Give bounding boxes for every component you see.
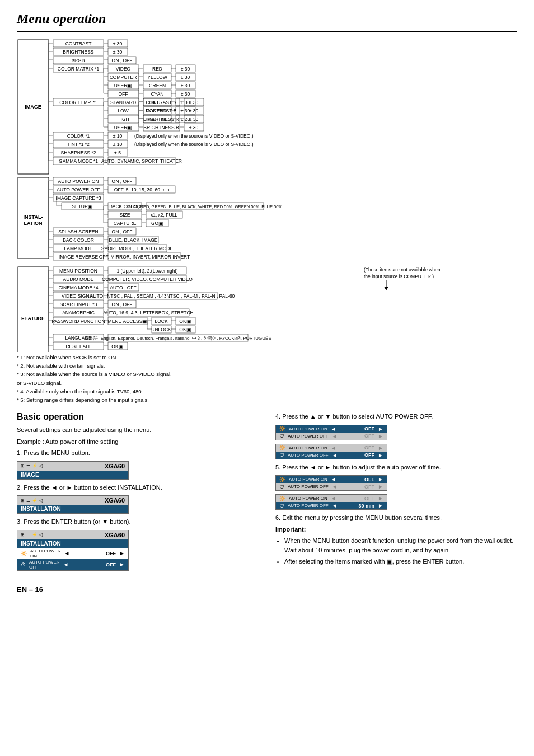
- display-2-bar: INSTALLATION: [17, 505, 128, 513]
- svg-text:AUTO, 16:9, 4:3, LETTERBOX, ST: AUTO, 16:9, 4:3, LETTERBOX, STRETCH: [103, 310, 193, 316]
- icon-2: ☰: [26, 463, 30, 468]
- row-sub: AUTO POWER OFF: [288, 503, 329, 508]
- svg-text:± 30: ± 30: [189, 116, 199, 122]
- row-arrow-l: ◄: [331, 495, 336, 501]
- row-1-sub: AUTO POWERON: [30, 548, 61, 558]
- title-divider: [17, 31, 517, 32]
- row-arrow-r: ►: [378, 426, 383, 432]
- svg-marker-219: [384, 287, 388, 290]
- row-arrow-l: ◄: [332, 452, 338, 458]
- row-val: OFF: [364, 426, 374, 431]
- svg-text:STANDARD: STANDARD: [110, 100, 136, 105]
- display-5-top-rows: 🔆 AUTO POWER ON ◄ OFF ► ⏱ AUTO POWER OFF…: [276, 476, 387, 490]
- display-right-bottom-row-2: ⏱ AUTO POWER OFF ◄ OFF ►: [276, 452, 387, 459]
- svg-text:(Displayed only when the sourc: (Displayed only when the source is VIDEO…: [134, 133, 254, 139]
- row-sub: AUTO POWER OFF: [288, 453, 329, 458]
- svg-text:LAMP MODE: LAMP MODE: [64, 246, 93, 251]
- svg-text:OFF, 5, 10, 15, 30, 60 min: OFF, 5, 10, 15, 30, 60 min: [114, 187, 170, 192]
- display-2-icons: ⊞ ☰ ⚡ ◁: [21, 498, 43, 503]
- display-3-row-1: 🔆 AUTO POWERON ◄ OFF ►: [17, 548, 128, 559]
- icon-3: ⚡: [32, 498, 38, 503]
- row-val: OFF: [364, 496, 374, 501]
- svg-text:1.(Upper left), 2.(Lower right: 1.(Upper left), 2.(Lower right): [116, 268, 177, 274]
- row-icon: 🔆: [279, 496, 285, 501]
- svg-text:SPLASH SCREEN: SPLASH SCREEN: [58, 229, 98, 234]
- row-arrow-r: ►: [378, 495, 383, 501]
- svg-text:INSTAL-: INSTAL-: [24, 214, 43, 220]
- basic-operation-section: Basic operation Several settings can be …: [17, 412, 517, 574]
- display-right-bottom: 🔆 AUTO POWER ON ◄ OFF ► ⏱ AUTO POWER OFF…: [275, 444, 387, 459]
- icon-4: ◁: [39, 463, 43, 468]
- svg-text:BACK COLOR: BACK COLOR: [63, 237, 94, 243]
- svg-text:HIGH: HIGH: [117, 116, 129, 122]
- row-sub: AUTO POWER OFF: [288, 434, 329, 439]
- display-right-bottom-rows: 🔆 AUTO POWER ON ◄ OFF ► ⏱ AUTO POWER OFF…: [276, 444, 387, 459]
- row-val: OFF: [364, 484, 374, 490]
- display-right-bottom-row-1: 🔆 AUTO POWER ON ◄ OFF ►: [276, 444, 387, 452]
- row-sub: AUTO POWER OFF: [288, 484, 329, 489]
- page-title: Menu operation: [17, 11, 517, 26]
- row-2-icon: ⏱: [21, 562, 26, 567]
- display-3-rows: 🔆 AUTO POWERON ◄ OFF ► ⏱ AUTO POWEROFF ◄…: [17, 548, 128, 570]
- display-right-top-rows: 🔆 AUTO POWER ON ◄ OFF ► ⏱ AUTO POWER OFF…: [276, 425, 387, 440]
- svg-text:(Displayed only when the sourc: (Displayed only when the source is VIDEO…: [134, 142, 254, 147]
- svg-text:CONTRAST R: CONTRAST R: [146, 100, 176, 105]
- display-5-bottom-rows: 🔆 AUTO POWER ON ◄ OFF ► ⏱ AUTO POWER OFF…: [276, 495, 387, 509]
- row-arrow-l: ◄: [331, 476, 336, 482]
- row-arrow-r: ►: [378, 483, 383, 490]
- display-2-top: ⊞ ☰ ⚡ ◁ XGA60: [17, 496, 128, 505]
- svg-text:SCART INPUT  *3: SCART INPUT *3: [60, 302, 97, 307]
- svg-text:± 10: ± 10: [113, 133, 123, 139]
- svg-text:sRGB: sRGB: [72, 58, 85, 63]
- svg-text:VIDEO: VIDEO: [116, 66, 131, 72]
- svg-text:± 30: ± 30: [181, 66, 190, 72]
- example-text: Example : Auto power off time setting: [17, 437, 259, 447]
- svg-text:CAPTURE: CAPTURE: [114, 220, 137, 226]
- svg-text:± 30: ± 30: [113, 49, 123, 55]
- svg-text:x1, x2, FULL: x1, x2, FULL: [151, 212, 177, 218]
- svg-text:BRIGHTNESS B: BRIGHTNESS B: [143, 125, 179, 130]
- svg-text:IMAGE: IMAGE: [25, 104, 41, 110]
- row-icon: ⏱: [279, 433, 284, 439]
- svg-text:COMPUTER, VIDEO, COMPUTER VIDE: COMPUTER, VIDEO, COMPUTER VIDEO: [102, 276, 193, 282]
- icon-1: ⊞: [21, 463, 25, 468]
- row-val: OFF: [364, 477, 374, 482]
- display-1-bar: IMAGE: [17, 471, 128, 479]
- footnotes-section: * 1: Not available when sRGB is set to O…: [17, 353, 517, 404]
- row-arrow-r: ►: [378, 445, 383, 451]
- icon-2: ☰: [26, 532, 30, 537]
- row-arrow-l: ◄: [332, 483, 338, 490]
- svg-text:COLOR MATRIX *1: COLOR MATRIX *1: [58, 66, 100, 72]
- row-icon: ⏱: [279, 503, 284, 509]
- svg-text:USER▣: USER▣: [114, 125, 133, 130]
- svg-text:RED: RED: [152, 66, 162, 72]
- row-sub: AUTO POWER ON: [289, 445, 327, 450]
- display-1: ⊞ ☰ ⚡ ◁ XGA60 IMAGE: [17, 461, 129, 480]
- svg-text:PASSWORD FUNCTION: PASSWORD FUNCTION: [51, 318, 105, 324]
- svg-text:OFF: OFF: [119, 91, 128, 97]
- step-5: 5. Press the ◄ or ► button to adjust the…: [275, 463, 517, 472]
- svg-text:FEATURE: FEATURE: [21, 316, 45, 321]
- svg-text:LOW: LOW: [118, 108, 128, 114]
- svg-text:ON , OFF: ON , OFF: [112, 179, 133, 184]
- display-3-row-2: ⏱ AUTO POWEROFF ◄ OFF ►: [17, 559, 128, 570]
- row-1-icon: 🔆: [21, 551, 27, 556]
- footnote-5: * 5: Setting range differs depending on …: [17, 396, 517, 404]
- svg-text:GAMMA MODE *1: GAMMA MODE *1: [59, 158, 98, 164]
- svg-text:ANAMORPHIC: ANAMORPHIC: [62, 310, 95, 316]
- row-arrow-r: ►: [378, 476, 383, 482]
- icon-4: ◁: [39, 532, 43, 537]
- svg-text:± 5: ± 5: [114, 150, 121, 156]
- svg-text:AUTO POWER ON: AUTO POWER ON: [58, 179, 99, 184]
- svg-rect-214: [18, 267, 49, 352]
- intro-text: Several settings can be adjusted using t…: [17, 425, 259, 435]
- svg-text:IMAGE CAPTURE *3: IMAGE CAPTURE *3: [56, 195, 101, 201]
- svg-text:SHARPNESS  *2: SHARPNESS *2: [61, 150, 96, 156]
- menu-diagram: IMAGE CONTRAST ± 30 BRIGHTNESS ± 30 sRGB…: [17, 39, 517, 353]
- row-2-arrow-l: ◄: [63, 561, 69, 567]
- svg-text:MENU POSITION: MENU POSITION: [59, 268, 97, 274]
- display-2: ⊞ ☰ ⚡ ◁ XGA60 INSTALLATION: [17, 495, 129, 514]
- row-1-val: OFF: [106, 551, 116, 556]
- svg-text:AUDIO MODE: AUDIO MODE: [63, 276, 94, 282]
- right-column: 4. Press the ▲ or ▼ button to select AUT…: [275, 412, 517, 574]
